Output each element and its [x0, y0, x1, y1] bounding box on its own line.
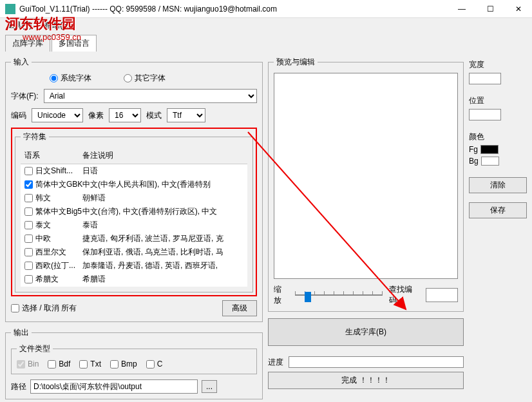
browse-button[interactable]: ...	[202, 380, 217, 393]
input-legend: 输入	[11, 57, 32, 68]
fg-label: Fg	[469, 145, 478, 154]
radio-other-font[interactable]: 其它字体	[124, 73, 166, 84]
filetype-legend: 文件类型	[17, 343, 53, 354]
clear-button[interactable]: 清除	[469, 177, 527, 193]
charset-row[interactable]: 土耳其文土耳其语, 阿塞拜疆语, 乌兹别克语	[21, 286, 247, 287]
app-icon	[5, 4, 15, 14]
filetype-bmp[interactable]: Bmp	[110, 359, 137, 368]
preview-group: 预览与编辑 缩放 查找编码	[268, 57, 464, 312]
charset-highlight-box: 字符集 语系 备注说明 日文Shift...日语简体中文GBK中文(中华人民共和…	[11, 128, 257, 296]
window-title: GuiTool_V1.11(Trial) ------ QQ: 9599598 …	[19, 5, 453, 14]
position-label: 位置	[469, 95, 527, 106]
bg-label: Bg	[469, 157, 479, 166]
progress-bar	[289, 356, 464, 368]
charset-row[interactable]: 中欧捷克语, 匈牙利语, 波兰语, 罗马尼亚语, 克	[21, 232, 247, 245]
filetype-bdf[interactable]: Bdf	[48, 359, 70, 368]
charset-row[interactable]: 韩文朝鲜语	[21, 191, 247, 205]
mode-label: 模式	[146, 110, 162, 121]
find-encoding-label: 查找编码	[389, 284, 419, 306]
maximize-button[interactable]: ☐	[482, 5, 499, 14]
tab-bitmap-font[interactable]: 点阵字库	[5, 35, 50, 52]
charset-legend: 字符集	[21, 131, 49, 142]
close-button[interactable]: ✕	[510, 5, 527, 14]
generate-button[interactable]: 生成字库(B)	[268, 318, 464, 346]
filetype-txt[interactable]: Txt	[79, 359, 101, 368]
charset-row[interactable]: 简体中文GBK中文(中华人民共和国), 中文(香港特别	[21, 178, 247, 191]
advanced-button[interactable]: 高级	[222, 300, 257, 316]
input-group: 输入 系统字体 其它字体 字体(F): Arial 编码 Unicode 像素 …	[5, 57, 263, 322]
menu-help[interactable]: 帮助(H)	[44, 20, 71, 31]
zoom-slider[interactable]	[295, 289, 383, 302]
charset-col-desc: 备注说明	[82, 150, 113, 161]
font-label: 字体(F):	[11, 91, 39, 102]
encoding-label: 编码	[11, 110, 26, 121]
menu-tools[interactable]: 工具(T)	[6, 20, 32, 31]
encoding-select[interactable]: Unicode	[32, 108, 83, 122]
output-legend: 输出	[11, 327, 32, 338]
charset-row[interactable]: 繁体中文Big5中文(台湾), 中文(香港特别行政区), 中文	[21, 205, 247, 218]
charset-row[interactable]: 西欧(拉丁...加泰隆语, 丹麦语, 德语, 英语, 西班牙语,	[21, 259, 247, 273]
find-encoding-input[interactable]	[426, 288, 458, 302]
preview-legend: 预览与编辑	[274, 57, 318, 68]
charset-row[interactable]: 日文Shift...日语	[21, 164, 247, 178]
position-value-box[interactable]	[469, 109, 501, 120]
done-status: 完成 ！！！！	[268, 372, 464, 389]
charset-row[interactable]: 希腊文希腊语	[21, 273, 247, 286]
font-select[interactable]: Arial	[44, 89, 257, 103]
select-all-checkbox[interactable]: 选择 / 取消 所有	[11, 303, 77, 314]
progress-label: 进度	[268, 357, 283, 368]
filetype-c[interactable]: C	[146, 359, 163, 368]
pixel-label: 像素	[88, 110, 104, 121]
charset-col-lang: 语系	[24, 150, 82, 161]
path-input[interactable]	[30, 379, 198, 394]
mode-select[interactable]: Ttf	[167, 108, 205, 122]
pixel-select[interactable]: 16	[109, 108, 141, 122]
charset-list[interactable]: 日文Shift...日语简体中文GBK中文(中华人民共和国), 中文(香港特别韩…	[21, 164, 247, 287]
color-label: 颜色	[469, 131, 527, 142]
preview-canvas[interactable]	[274, 73, 458, 279]
width-label: 宽度	[469, 59, 527, 70]
charset-row[interactable]: 西里尔文保加利亚语, 俄语, 乌克兰语, 比利时语, 马	[21, 245, 247, 259]
charset-row[interactable]: 泰文泰语	[21, 218, 247, 232]
bg-swatch[interactable]	[481, 157, 499, 166]
tab-multilang[interactable]: 多国语言	[52, 35, 97, 52]
path-label: 路径	[11, 381, 26, 392]
minimize-button[interactable]: —	[453, 5, 470, 14]
radio-system-font[interactable]: 系统字体	[50, 73, 91, 84]
fg-swatch[interactable]	[480, 145, 499, 154]
filetype-bin[interactable]: Bin	[17, 359, 39, 368]
save-button[interactable]: 保存	[469, 202, 527, 218]
width-value-box[interactable]	[469, 73, 501, 84]
charset-group: 字符集 语系 备注说明 日文Shift...日语简体中文GBK中文(中华人民共和…	[15, 131, 253, 292]
output-group: 输出 文件类型 Bin Bdf Txt Bmp C 路径 ...	[5, 327, 263, 399]
filetype-group: 文件类型 Bin Bdf Txt Bmp C	[11, 343, 257, 374]
zoom-label: 缩放	[274, 284, 289, 306]
